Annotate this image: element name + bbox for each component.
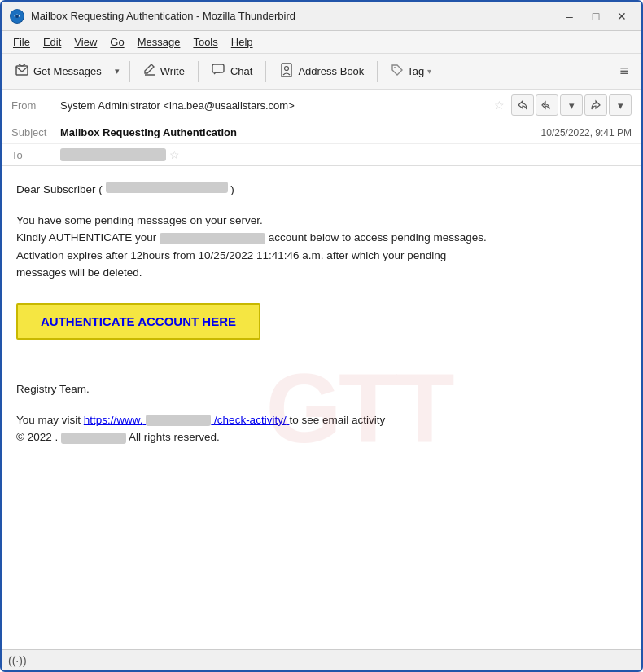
reply-button[interactable] bbox=[511, 94, 534, 116]
footer1-suffix: to see email activity bbox=[289, 414, 385, 426]
para1-line3: Activation expires after 12hours from 10… bbox=[16, 249, 446, 261]
tag-dropdown-icon: ▾ bbox=[427, 67, 431, 76]
greeting-text: Dear Subscriber ( bbox=[16, 183, 103, 195]
chat-label: Chat bbox=[230, 65, 252, 77]
toolbar: Get Messages ▾ Write Chat bbox=[2, 54, 641, 90]
to-star-icon[interactable]: ☆ bbox=[169, 148, 180, 161]
get-messages-dropdown[interactable]: ▾ bbox=[112, 63, 123, 80]
address-book-label: Address Book bbox=[298, 65, 364, 77]
get-messages-label: Get Messages bbox=[33, 65, 102, 77]
toolbar-separator-3 bbox=[265, 61, 266, 82]
menu-help[interactable]: Help bbox=[225, 33, 260, 51]
email-header: From System Administrator <ina.bea@usaal… bbox=[2, 90, 641, 166]
to-row: To ☆ bbox=[2, 144, 641, 165]
subscriber-name-blurred bbox=[106, 182, 228, 193]
forward-button[interactable] bbox=[584, 94, 607, 116]
footer-para: You may visit https://www. /check-activi… bbox=[16, 411, 627, 446]
get-messages-button[interactable]: Get Messages bbox=[8, 59, 108, 84]
tag-button[interactable]: Tag ▾ bbox=[384, 60, 438, 82]
window-controls: – □ ✕ bbox=[558, 7, 633, 25]
signoff-text: Registry Team. bbox=[16, 383, 90, 395]
footer1-prefix: You may visit bbox=[16, 414, 84, 426]
expand-actions-button[interactable]: ▾ bbox=[560, 94, 583, 116]
connection-icon: ((·)) bbox=[8, 654, 27, 667]
menu-icon-button[interactable]: ≡ bbox=[613, 59, 635, 83]
footer2-company-blurred bbox=[61, 433, 126, 444]
address-book-button[interactable]: Address Book bbox=[273, 59, 370, 84]
more-actions-button[interactable]: ▾ bbox=[609, 94, 632, 116]
tag-icon bbox=[391, 64, 404, 79]
thunderbird-icon bbox=[10, 9, 24, 24]
para1-line2-prefix: Kindly AUTHENTICATE your bbox=[16, 231, 156, 244]
footer2-suffix: All rights reserved. bbox=[129, 431, 220, 443]
footer-domain-blurred bbox=[146, 415, 211, 426]
email-account-blurred bbox=[160, 233, 265, 244]
email-action-buttons: ▾ ▾ bbox=[511, 94, 632, 116]
toolbar-separator-1 bbox=[129, 61, 130, 82]
title-bar: Mailbox Requesting Authentication - Mozi… bbox=[2, 2, 641, 31]
from-label: From bbox=[11, 99, 60, 112]
greeting-end: ) bbox=[230, 183, 234, 195]
close-button[interactable]: ✕ bbox=[610, 7, 633, 25]
write-label: Write bbox=[160, 65, 185, 77]
get-messages-icon bbox=[15, 63, 29, 81]
signoff-para: Registry Team. bbox=[16, 380, 627, 398]
hamburger-icon: ≡ bbox=[619, 63, 628, 80]
email-body: GTT Dear Subscriber ( ) You have some pe… bbox=[2, 166, 641, 649]
status-bar: ((·)) bbox=[2, 649, 641, 670]
svg-rect-2 bbox=[16, 66, 28, 75]
footer1-linkend: /check-activity/ bbox=[214, 414, 287, 426]
subject-row: Subject Mailbox Requesting Authenticatio… bbox=[2, 121, 641, 144]
subject-label: Subject bbox=[11, 126, 60, 138]
menu-file[interactable]: File bbox=[7, 33, 37, 51]
to-label: To bbox=[11, 149, 60, 161]
menu-go[interactable]: Go bbox=[103, 33, 130, 51]
menu-tools[interactable]: Tools bbox=[186, 33, 224, 51]
svg-point-1 bbox=[15, 15, 19, 18]
title-bar-left: Mailbox Requesting Authentication - Mozi… bbox=[10, 9, 295, 24]
email-date: 10/25/2022, 9:41 PM bbox=[541, 127, 632, 138]
chat-icon bbox=[212, 63, 226, 81]
menu-message[interactable]: Message bbox=[131, 33, 187, 51]
para1-line1: You have some pending messages on your s… bbox=[16, 214, 263, 226]
menu-bar: File Edit View Go Message Tools Help bbox=[2, 31, 641, 54]
address-book-icon bbox=[279, 63, 294, 81]
minimize-button[interactable]: – bbox=[558, 7, 581, 25]
toolbar-separator-2 bbox=[198, 61, 199, 82]
body-content: Dear Subscriber ( ) You have some pendin… bbox=[16, 181, 627, 446]
window-title: Mailbox Requesting Authentication - Mozi… bbox=[31, 10, 295, 22]
menu-edit[interactable]: Edit bbox=[37, 33, 68, 51]
footer2-prefix: © 2022 . bbox=[16, 431, 58, 443]
svg-point-6 bbox=[285, 66, 289, 70]
cta-container: AUTHENTICATE ACCOUNT HERE bbox=[16, 295, 627, 356]
svg-point-7 bbox=[394, 67, 396, 68]
svg-rect-4 bbox=[212, 64, 224, 72]
para1-line2-end: account below to access pending messages… bbox=[269, 231, 487, 244]
main-para: You have some pending messages on your s… bbox=[16, 212, 627, 282]
para1-line4: messages will be deleted. bbox=[16, 266, 142, 279]
footer-link[interactable]: https://www. /check-activity/ bbox=[84, 414, 290, 426]
from-row: From System Administrator <ina.bea@usaal… bbox=[2, 90, 641, 121]
from-value: System Administrator <ina.bea@usaallstar… bbox=[60, 99, 491, 112]
menu-view[interactable]: View bbox=[68, 33, 103, 51]
to-value-blurred bbox=[60, 148, 166, 161]
authenticate-button[interactable]: AUTHENTICATE ACCOUNT HERE bbox=[16, 303, 260, 340]
tag-label: Tag bbox=[407, 65, 424, 77]
write-icon bbox=[143, 64, 156, 80]
subject-value: Mailbox Requesting Authentication bbox=[60, 126, 541, 138]
toolbar-separator-4 bbox=[377, 61, 378, 82]
write-button[interactable]: Write bbox=[137, 60, 191, 83]
chat-button[interactable]: Chat bbox=[205, 59, 259, 84]
greeting-para: Dear Subscriber ( ) bbox=[16, 181, 627, 199]
footer1-link: https://www. bbox=[84, 414, 143, 426]
maximize-button[interactable]: □ bbox=[584, 7, 607, 25]
from-star-icon[interactable]: ☆ bbox=[494, 99, 505, 112]
reply-all-button[interactable] bbox=[536, 94, 558, 116]
